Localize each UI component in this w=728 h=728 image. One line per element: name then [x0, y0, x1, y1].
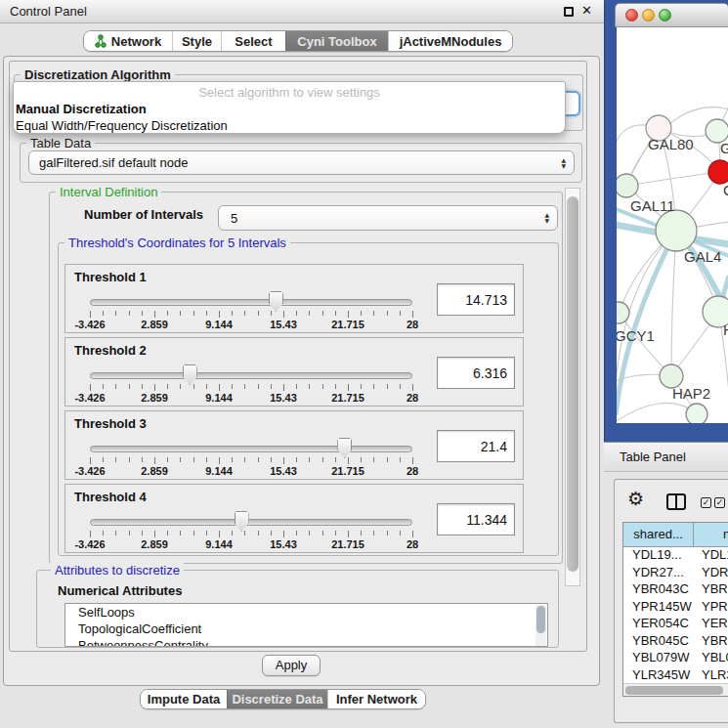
network-edge[interactable]: [617, 403, 697, 422]
slider-track[interactable]: [90, 299, 412, 306]
slider-thumb[interactable]: [235, 511, 249, 532]
network-canvas[interactable]: GAL80GACGAL11GAL4GCY1HHAP2: [617, 27, 728, 423]
checkbox-icon[interactable]: ✓: [714, 497, 725, 508]
table-panel-title: Table Panel: [620, 443, 686, 472]
tick-label: 2.859: [122, 538, 187, 550]
checkbox-icon[interactable]: ✓: [701, 497, 711, 508]
tab-select[interactable]: Select: [221, 31, 285, 51]
cell-name[interactable]: YER0...: [694, 616, 728, 633]
cell-name[interactable]: YBL0...: [694, 650, 728, 667]
cell-shared-name[interactable]: YDL19...: [623, 547, 694, 565]
apply-button[interactable]: Apply: [262, 655, 321, 676]
algorithm-option-equal-width[interactable]: Equal Width/Frequency Discretization: [14, 117, 565, 134]
tick-label: -3.426: [58, 392, 122, 404]
table-horizontal-scrollbar-thumb[interactable]: [625, 686, 723, 695]
numerical-attributes-label: Numerical Attributes: [58, 583, 182, 598]
tab-label: Network: [111, 34, 161, 49]
cell-name[interactable]: YBR0...: [694, 581, 728, 599]
float-window-icon[interactable]: [564, 7, 574, 17]
tab-label: Cyni Toolbox: [297, 34, 376, 49]
attributes-list-scrollbar[interactable]: [535, 605, 546, 647]
tab-jactivemnodules[interactable]: jActiveMNodules: [388, 31, 512, 51]
attribute-list-item[interactable]: BetweennessCentrality: [65, 637, 547, 647]
table-row[interactable]: YPR145WYPR1...: [623, 599, 728, 617]
tab-discretize-data[interactable]: Discretize Data: [227, 690, 327, 708]
table-horizontal-scrollbar[interactable]: [623, 683, 728, 696]
threshold-value-field[interactable]: 14.713: [437, 283, 515, 316]
tick-label: 21.715: [316, 392, 380, 404]
cell-name[interactable]: YDL1...: [694, 547, 728, 565]
table-row[interactable]: YBL079WYBL0...: [623, 650, 728, 667]
table-row[interactable]: YBR043CYBR0...: [623, 581, 728, 599]
attributes-list-scrollbar-thumb[interactable]: [536, 606, 545, 633]
tab-impute-data[interactable]: Impute Data: [141, 690, 227, 708]
slider-thumb[interactable]: [337, 438, 352, 458]
column-header-shared-name[interactable]: shared...: [623, 523, 694, 547]
gear-icon[interactable]: ⚙: [627, 490, 644, 508]
cyni-bottom-tabs: Impute DataDiscretize DataInfer Network: [140, 689, 426, 709]
number-of-intervals-combobox[interactable]: 5 ▲▼: [218, 205, 558, 231]
cell-shared-name[interactable]: YLR345W: [623, 667, 694, 685]
cell-name[interactable]: YDR2...: [694, 565, 728, 582]
attribute-list-item[interactable]: SelfLoops: [65, 604, 547, 621]
cell-shared-name[interactable]: YBL079W: [623, 650, 694, 667]
tick-label: 28: [380, 538, 445, 550]
cell-shared-name[interactable]: YPR145W: [623, 599, 694, 617]
tab-label: jActiveMNodules: [400, 34, 502, 49]
algorithm-option-manual[interactable]: Manual Discretization: [14, 101, 565, 117]
close-window-button[interactable]: [625, 9, 638, 21]
slider-track[interactable]: [90, 519, 412, 526]
table-row[interactable]: YER054CYER0...: [623, 616, 728, 633]
threshold-label: Threshold 2: [74, 343, 147, 358]
numerical-attributes-list[interactable]: SelfLoopsTopologicalCoefficientBetweenne…: [64, 603, 548, 647]
table-row[interactable]: YLR345WYLR3...: [623, 667, 728, 685]
close-icon[interactable]: ✕: [581, 3, 592, 18]
table-row[interactable]: YBR045CYBR0...: [623, 633, 728, 651]
slider-track[interactable]: [90, 372, 412, 379]
tab-style[interactable]: Style: [172, 31, 221, 51]
network-node[interactable]: [686, 404, 707, 423]
network-node[interactable]: [617, 174, 638, 197]
cell-shared-name[interactable]: YBR045C: [623, 633, 694, 651]
minimize-window-button[interactable]: [642, 9, 655, 21]
network-node-label: GA: [720, 140, 728, 156]
threshold-value-field[interactable]: 6.316: [437, 357, 515, 389]
cell-name[interactable]: YLR3...: [694, 667, 728, 685]
attribute-list-item[interactable]: TopologicalCoefficient: [65, 621, 547, 637]
slider-thumb[interactable]: [183, 364, 197, 385]
network-node[interactable]: [617, 302, 629, 323]
slider-track[interactable]: [90, 446, 412, 452]
tab-infer-network[interactable]: Infer Network: [327, 690, 425, 708]
column-header-name[interactable]: n: [694, 523, 728, 547]
zoom-window-button[interactable]: [659, 9, 671, 21]
network-node[interactable]: [708, 160, 728, 184]
tick-label: -3.426: [58, 465, 122, 477]
tick-label: 15.43: [251, 392, 316, 404]
algorithm-placeholder-option[interactable]: Select algorithm to view settings: [14, 82, 565, 101]
tab-label: Impute Data: [148, 692, 220, 707]
network-window-titlebar[interactable]: [615, 3, 728, 27]
combo-arrows-icon: ▲▼: [561, 157, 566, 169]
network-node[interactable]: [656, 210, 697, 251]
network-edge[interactable]: [671, 231, 676, 376]
cell-shared-name[interactable]: YDR27...: [623, 565, 694, 582]
cell-name[interactable]: YPR1...: [694, 599, 728, 617]
tab-cyni-toolbox[interactable]: Cyni Toolbox: [285, 31, 388, 51]
table-row[interactable]: YDR27...YDR2...: [623, 565, 728, 582]
cell-name[interactable]: YBR0...: [694, 633, 728, 651]
network-window-frame[interactable]: GAL80GACGAL11GAL4GCY1HHAP2: [604, 0, 728, 442]
columns-icon[interactable]: [666, 493, 686, 510]
slider-thumb[interactable]: [269, 291, 283, 312]
cell-shared-name[interactable]: YER054C: [623, 616, 694, 633]
settings-scrollbar[interactable]: [565, 188, 580, 586]
settings-scrollbar-thumb[interactable]: [567, 196, 578, 572]
threshold-value-field[interactable]: 11.344: [437, 503, 515, 535]
tab-network[interactable]: Network: [84, 31, 172, 51]
table-data-combobox[interactable]: galFiltered.sif default node ▲▼: [28, 150, 575, 175]
cell-shared-name[interactable]: YBR043C: [623, 581, 694, 599]
tick-label: -3.426: [58, 538, 122, 550]
network-edge[interactable]: [626, 172, 720, 186]
threshold-value-field[interactable]: 21.4: [437, 430, 515, 462]
table-row[interactable]: YDL19...YDL1...: [623, 547, 728, 565]
network-node-label: H: [723, 321, 728, 338]
